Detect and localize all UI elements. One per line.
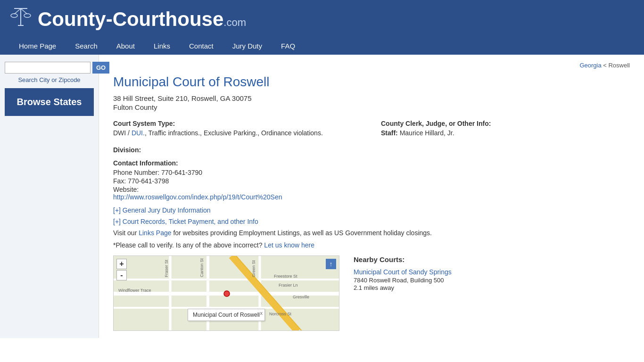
nearby-court-0-name[interactable]: Municipal Court of Sandy Springs <box>354 268 630 276</box>
svg-line-3 <box>21 8 27 14</box>
header: County-Courthouse.com Home Page Search A… <box>0 0 644 55</box>
phone-line: Phone Number: 770-641-3790 <box>113 169 630 176</box>
nearby-court-0-address: 7840 Roswell Road, Building 500 <box>354 277 630 284</box>
contact-section: Contact Information: Phone Number: 770-6… <box>113 159 630 201</box>
sidebar: GO Search City or Zipcode Browse States <box>0 55 99 338</box>
links-paragraph: Visit our Links Page for websites provid… <box>113 229 630 237</box>
map-zoom-in-button[interactable]: + <box>116 259 127 269</box>
map-container: Canton St Green St Fraser St Windflower … <box>113 255 339 331</box>
fax-value: 770-641-3798 <box>128 177 169 185</box>
svg-text:Green St: Green St <box>251 260 256 277</box>
staff-value: Staff: Maurice Hillard, Jr. <box>381 129 630 137</box>
court-county: Fulton County <box>113 103 630 111</box>
logo-text: County-Courthouse.com <box>38 8 246 31</box>
bottom-section: Canton St Green St Fraser St Windflower … <box>113 255 630 331</box>
phone-value: 770-641-3790 <box>161 169 202 176</box>
svg-line-2 <box>14 8 21 14</box>
jury-duty-link[interactable]: [+] General Jury Duty Information <box>113 206 630 214</box>
clerk-label: County Clerk, Judge, or Other Info: <box>381 120 630 127</box>
court-records-link[interactable]: [+] Court Records, Ticket Payment, and o… <box>113 218 630 225</box>
verify-paragraph: *Please call to verify. Is any of the ab… <box>113 241 630 249</box>
nearby-courts: Nearby Courts: Municipal Court of Sandy … <box>354 255 630 296</box>
main-content: Georgia < Roswell Municipal Court of Ros… <box>99 55 644 338</box>
svg-point-5 <box>24 14 31 17</box>
contact-label: Contact Information: <box>113 159 630 167</box>
svg-point-4 <box>11 14 17 17</box>
staff-label: Staff: <box>381 129 398 137</box>
svg-text:Windflower Trace: Windflower Trace <box>118 288 151 293</box>
search-label: Search City or Zipcode <box>5 76 94 83</box>
breadcrumb-state[interactable]: Georgia <box>579 62 601 69</box>
svg-text:Fraser St: Fraser St <box>164 259 169 277</box>
nav-faq[interactable]: FAQ <box>272 37 305 55</box>
map-nav-icon: ↑ <box>326 259 336 269</box>
svg-text:Frasier Ln: Frasier Ln <box>279 283 298 288</box>
division-label: Division: <box>113 146 630 154</box>
let-us-know-link[interactable]: Let us know here <box>264 241 314 249</box>
nav-links[interactable]: Links <box>144 37 180 55</box>
court-address: 38 Hill Street, Suite 210, Roswell, GA 3… <box>113 94 630 102</box>
nav-search[interactable]: Search <box>66 37 107 55</box>
breadcrumb-separator: < <box>603 62 608 69</box>
division-section: Division: <box>113 146 630 154</box>
nav-about[interactable]: About <box>107 37 144 55</box>
map-popup-close[interactable]: x <box>260 310 263 316</box>
nav-contact[interactable]: Contact <box>180 37 223 55</box>
svg-text:Gresville: Gresville <box>293 295 309 299</box>
info-right: County Clerk, Judge, or Other Info: Staf… <box>381 120 630 138</box>
main-nav: Home Page Search About Links Contact Jur… <box>9 37 635 55</box>
scales-icon <box>9 6 32 33</box>
svg-text:Canton St: Canton St <box>199 258 204 277</box>
browse-states-button[interactable]: Browse States <box>5 88 94 116</box>
phone-label: Phone Number: <box>113 169 159 176</box>
nearby-court-0-distance: 2.1 miles away <box>354 284 630 291</box>
svg-point-24 <box>224 291 230 296</box>
info-left: Court System Type: DWI / DUI., Traffic i… <box>113 120 362 138</box>
website-line: Website: http://www.roswellgov.com/index… <box>113 186 630 201</box>
search-box-area: GO <box>5 62 94 74</box>
map-popup: Municipal Court of Roswell x <box>188 309 265 321</box>
nav-home[interactable]: Home Page <box>9 37 66 55</box>
content-wrapper: GO Search City or Zipcode Browse States … <box>0 55 644 338</box>
dui-link[interactable]: DUI. <box>132 129 145 137</box>
nav-jury-duty[interactable]: Jury Duty <box>223 37 272 55</box>
court-system-value: DWI / DUI., Traffic infractions., Exclus… <box>113 129 362 137</box>
logo-area: County-Courthouse.com <box>9 6 635 37</box>
search-input[interactable] <box>5 62 91 74</box>
map-zoom-out-button[interactable]: - <box>116 270 127 280</box>
fax-line: Fax: 770-641-3798 <box>113 177 630 185</box>
website-link[interactable]: http://www.roswellgov.com/index.php/p/19… <box>113 193 282 201</box>
breadcrumb-city: Roswell <box>608 62 630 69</box>
court-title: Municipal Court of Roswell <box>113 74 630 90</box>
court-system-label: Court System Type: <box>113 120 362 127</box>
links-page-link[interactable]: Links Page <box>139 229 171 237</box>
info-grid: Court System Type: DWI / DUI., Traffic i… <box>113 120 630 138</box>
nearby-courts-title: Nearby Courts: <box>354 255 630 263</box>
website-label: Website: <box>113 186 139 193</box>
map-popup-text: Municipal Court of Roswell <box>193 312 260 318</box>
fax-label: Fax: <box>113 177 126 185</box>
svg-text:Norcross St: Norcross St <box>269 312 292 316</box>
svg-text:Freestore St: Freestore St <box>274 274 297 279</box>
breadcrumb: Georgia < Roswell <box>113 62 630 69</box>
